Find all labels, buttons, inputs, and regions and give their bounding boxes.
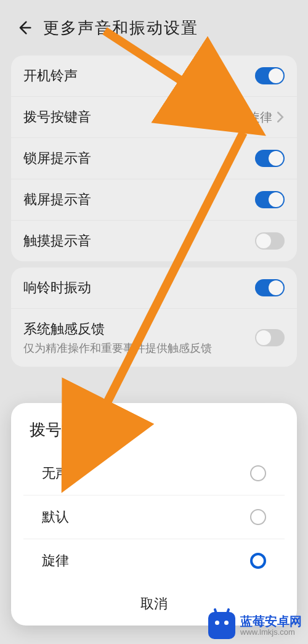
row-label: 触摸提示音 <box>23 232 91 250</box>
row-label: 系统触感反馈 <box>23 320 212 338</box>
row-sublabel: 仅为精准操作和重要事件提供触感反馈 <box>23 341 212 356</box>
toggle-lockscreen-sound[interactable] <box>255 150 285 167</box>
toggle-touch-sound[interactable] <box>255 232 285 250</box>
watermark-url: www.lmkjs.com <box>240 628 302 637</box>
settings-card-1: 开机铃声 拨号按键音 旋律 锁屏提示音 截屏提示音 触摸提示音 <box>11 55 297 261</box>
row-vibrate-on-ring[interactable]: 响铃时振动 <box>11 267 297 309</box>
page-title: 更多声音和振动设置 <box>43 17 198 39</box>
header: 更多声音和振动设置 <box>0 0 308 49</box>
option-silent[interactable]: 无声 <box>23 452 285 495</box>
chevron-right-icon <box>276 111 285 123</box>
row-label: 截屏提示音 <box>23 190 91 209</box>
row-lockscreen-sound[interactable]: 锁屏提示音 <box>11 138 297 179</box>
back-button[interactable] <box>12 15 37 40</box>
row-boot-ringtone[interactable]: 开机铃声 <box>11 55 297 97</box>
row-value: 旋律 <box>248 109 272 126</box>
option-label: 默认 <box>42 508 69 526</box>
radio-checked-icon <box>250 553 266 569</box>
row-label: 拨号按键音 <box>23 108 91 126</box>
row-label: 响铃时振动 <box>23 279 91 297</box>
watermark-name: 蓝莓安卓网 <box>240 614 302 628</box>
row-screenshot-sound[interactable]: 截屏提示音 <box>11 179 297 221</box>
toggle-vibrate-on-ring[interactable] <box>255 279 285 296</box>
row-dial-keytone[interactable]: 拨号按键音 旋律 <box>11 97 297 138</box>
dial-keytone-sheet: 拨号按键音 无声 默认 旋律 取消 <box>11 403 297 626</box>
row-touch-sound[interactable]: 触摸提示音 <box>11 221 297 261</box>
toggle-screenshot-sound[interactable] <box>255 191 285 208</box>
watermark: 蓝莓安卓网 www.lmkjs.com <box>208 612 302 639</box>
option-label: 旋律 <box>42 552 69 570</box>
settings-card-2: 响铃时振动 系统触感反馈 仅为精准操作和重要事件提供触感反馈 <box>11 267 297 367</box>
row-label: 锁屏提示音 <box>23 149 91 168</box>
radio-unchecked-icon <box>250 509 266 525</box>
radio-unchecked-icon <box>250 465 266 481</box>
watermark-logo-icon <box>208 612 235 639</box>
option-label: 无声 <box>42 464 69 483</box>
row-haptic-feedback[interactable]: 系统触感反馈 仅为精准操作和重要事件提供触感反馈 <box>11 309 297 367</box>
option-default[interactable]: 默认 <box>23 495 285 539</box>
sheet-title: 拨号按键音 <box>11 419 297 452</box>
row-label: 开机铃声 <box>23 67 78 85</box>
toggle-haptic-feedback[interactable] <box>255 329 285 346</box>
option-melody[interactable]: 旋律 <box>23 539 285 582</box>
arrow-left-icon <box>16 19 33 36</box>
toggle-boot-ringtone[interactable] <box>255 67 285 84</box>
